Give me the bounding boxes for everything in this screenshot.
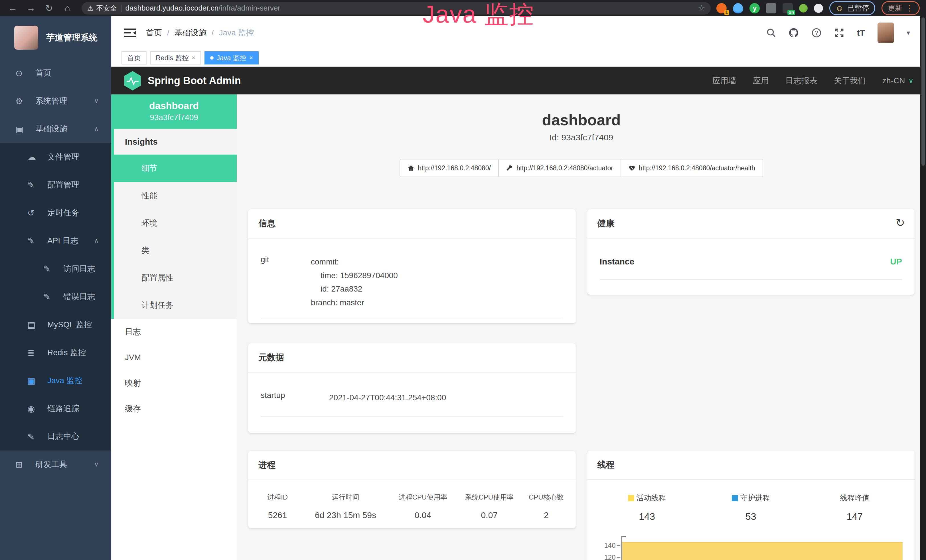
sidebar-item-file[interactable]: ☁ 文件管理 <box>0 143 111 171</box>
extension-icon-puzzle[interactable] <box>814 4 823 13</box>
tab-bar: 首页 Redis 监控 × Java 监控 × <box>111 49 926 67</box>
edit-icon: ✎ <box>27 180 47 190</box>
info-card-title: 信息 <box>248 209 576 239</box>
sidebar-item-trace[interactable]: ◉ 链路追踪 <box>0 395 111 422</box>
tab-java[interactable]: Java 监控 × <box>204 51 259 65</box>
legend-item: 线程峰值 147 <box>803 493 906 522</box>
page-scrollbar[interactable] <box>920 16 926 560</box>
avatar-caret-icon[interactable]: ▾ <box>906 29 910 37</box>
cpu-cores: 2 <box>522 510 570 520</box>
github-icon[interactable] <box>788 28 799 38</box>
sidebar-item-access-log[interactable]: ✎ 访问日志 <box>0 255 111 283</box>
sba-brand[interactable]: Spring Boot Admin <box>124 71 241 91</box>
sidebar-item-mysql[interactable]: ▤ MySQL 监控 <box>0 311 111 339</box>
app-shell: 芋道管理系统 ⊙ 首页 ⚙ 系统管理 ∨ ▣ 基础设施 ∧ ☁ 文件管理 ✎ <box>0 16 926 560</box>
menu-item-config-props[interactable]: 配置属性 <box>114 264 237 292</box>
scrollbar-thumb[interactable] <box>921 17 925 166</box>
sidebar-item-dev-tools[interactable]: ⊞ 研发工具 ∨ <box>0 451 111 478</box>
close-icon[interactable]: × <box>249 54 253 62</box>
service-url-button[interactable]: http://192.168.0.2:48080/ <box>399 159 499 177</box>
actuator-url-button[interactable]: http://192.168.0.2:48080/actuator <box>498 159 621 177</box>
sba-locale-select[interactable]: zh-CN ∨ <box>882 76 914 85</box>
log-icon: ✎ <box>27 236 47 246</box>
menu-item-caches[interactable]: 缓存 <box>111 396 237 422</box>
browser-home-button[interactable]: ⌂ <box>61 3 74 14</box>
health-card-title: 健康 <box>598 218 614 228</box>
live-threads-value: 143 <box>595 511 699 522</box>
threads-legend: 活动线程 143 守护进程 <box>595 493 907 522</box>
health-url-button[interactable]: http://192.168.0.2:48080/actuator/health <box>620 159 763 177</box>
extension-toolbar: 1 y on ☺ 已暂停 更新 ⋮ <box>716 1 920 15</box>
bookmark-star-icon[interactable]: ☆ <box>698 3 705 13</box>
breadcrumb-home[interactable]: 首页 <box>146 27 162 38</box>
history-icon[interactable]: ↺ <box>896 216 905 229</box>
search-icon[interactable] <box>766 28 776 38</box>
card-column-right: 健康 ↺ Instance UP 线程 <box>587 209 915 560</box>
menu-item-metrics[interactable]: 性能 <box>114 182 237 209</box>
sba-nav-wallboard[interactable]: 应用墙 <box>713 75 736 86</box>
sidebar-item-config[interactable]: ✎ 配置管理 <box>0 171 111 199</box>
sidebar-item-home[interactable]: ⊙ 首页 <box>0 59 111 87</box>
chevron-down-icon: ∨ <box>94 97 99 105</box>
menu-item-jvm[interactable]: JVM <box>111 345 237 370</box>
browser-back-button[interactable]: ← <box>6 3 19 14</box>
extension-icon-list-on[interactable]: on <box>782 3 793 14</box>
not-secure-warning[interactable]: ⚠ 不安全 <box>87 4 117 13</box>
address-bar[interactable]: ⚠ 不安全 dashboard.yudao.iocoder.cn/infra/a… <box>82 2 711 15</box>
instance-header[interactable]: dashboard 93a3fc7f7409 <box>111 94 237 129</box>
sidebar-item-error-log[interactable]: ✎ 错误日志 <box>0 283 111 311</box>
wrench-icon <box>506 165 513 171</box>
sidebar-item-system[interactable]: ⚙ 系统管理 ∨ <box>0 87 111 115</box>
sidebar-item-infra[interactable]: ▣ 基础设施 ∧ <box>0 115 111 143</box>
tab-redis[interactable]: Redis 监控 × <box>150 51 201 65</box>
menu-item-details[interactable]: 细节 <box>114 154 237 182</box>
help-icon[interactable]: ? <box>811 28 822 38</box>
user-avatar[interactable] <box>878 23 894 43</box>
sidebar-menu: ⊙ 首页 ⚙ 系统管理 ∨ ▣ 基础设施 ∧ ☁ 文件管理 ✎ 配置管理 <box>0 59 111 560</box>
threads-card-title: 线程 <box>587 451 915 480</box>
history-icon: ↺ <box>27 208 47 218</box>
menu-item-classes[interactable]: 类 <box>114 237 237 264</box>
extension-icon-grid[interactable] <box>766 3 776 14</box>
column-header: 进程CPU使用率 <box>390 493 456 502</box>
sidebar-item-redis[interactable]: ≣ Redis 监控 <box>0 339 111 366</box>
update-label: 更新 <box>888 3 902 13</box>
sba-nav: 应用墙 应用 日志报表 关于我们 zh-CN ∨ <box>713 75 914 86</box>
browser-update-button[interactable]: 更新 ⋮ <box>882 1 920 15</box>
font-size-icon[interactable]: tT <box>857 28 865 38</box>
menu-item-mappings[interactable]: 映射 <box>111 370 237 396</box>
sidebar-item-log-center[interactable]: ✎ 日志中心 <box>0 422 111 451</box>
dashboard-icon: ⊙ <box>15 68 35 78</box>
browser-menu-icon[interactable]: ⋮ <box>906 3 914 13</box>
tab-home[interactable]: 首页 <box>121 51 147 65</box>
extension-icon-pin[interactable] <box>733 3 743 14</box>
y-axis-tick: 140 <box>604 542 616 549</box>
not-secure-label: 不安全 <box>96 4 117 13</box>
extension-icon-green-y[interactable]: y <box>749 3 760 14</box>
breadcrumb-infra[interactable]: 基础设施 <box>174 27 206 38</box>
paused-extension-pill[interactable]: ☺ 已暂停 <box>829 1 875 15</box>
chevron-up-icon: ∧ <box>94 237 99 244</box>
browser-forward-button[interactable]: → <box>24 3 37 14</box>
extension-icon-leaf[interactable] <box>799 4 808 12</box>
sidebar-fold-icon[interactable] <box>124 28 136 38</box>
sba-nav-journal[interactable]: 日志报表 <box>785 75 817 86</box>
system-cpu: 0.07 <box>456 510 522 520</box>
extension-icon-orange[interactable]: 1 <box>716 3 727 14</box>
heartbeat-icon <box>629 165 635 171</box>
menu-item-logs[interactable]: 日志 <box>111 319 237 345</box>
instance-sidebar: dashboard 93a3fc7f7409 Insights 细节 性能 环境… <box>111 94 237 560</box>
sba-nav-applications[interactable]: 应用 <box>753 75 769 86</box>
menu-item-scheduled-tasks[interactable]: 计划任务 <box>114 292 237 319</box>
sidebar-item-api-log[interactable]: ✎ API 日志 ∧ <box>0 227 111 255</box>
close-icon[interactable]: × <box>192 54 195 62</box>
sba-nav-about[interactable]: 关于我们 <box>834 75 866 86</box>
instance-id-label: Id: 93a3fc7f7409 <box>248 133 915 142</box>
breadcrumb-separator: / <box>167 28 169 37</box>
sidebar-item-java[interactable]: ▣ Java 监控 <box>0 366 111 395</box>
menu-item-env[interactable]: 环境 <box>114 209 237 237</box>
sidebar-item-job[interactable]: ↺ 定时任务 <box>0 199 111 227</box>
app-logo[interactable]: 芋道管理系统 <box>0 16 111 59</box>
browser-reload-button[interactable]: ↻ <box>43 3 55 14</box>
fullscreen-icon[interactable] <box>834 28 844 38</box>
